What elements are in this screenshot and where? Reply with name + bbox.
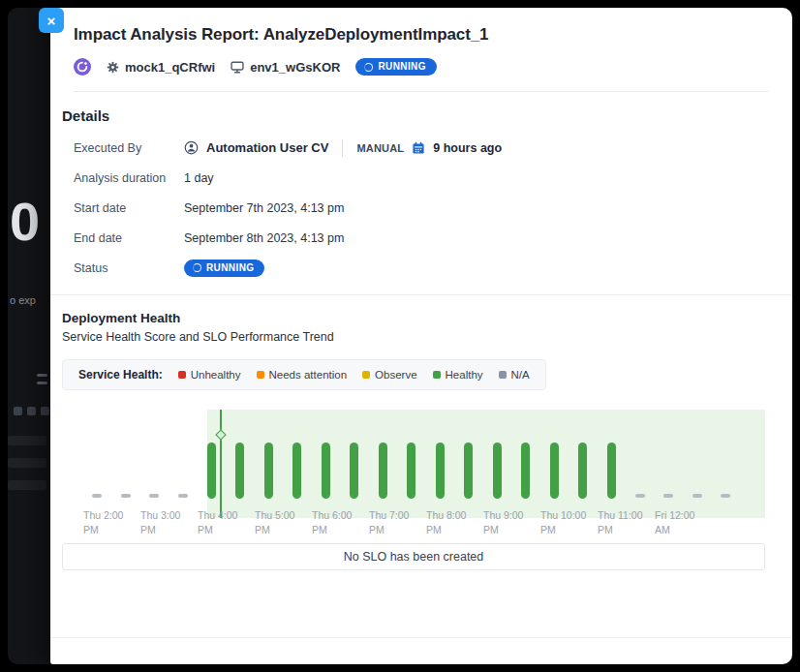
calendar-icon — [412, 141, 425, 155]
background-small-icons — [37, 374, 47, 384]
environment-monitor-icon — [231, 61, 244, 74]
no-slo-box: No SLO has been created — [62, 543, 765, 570]
healthy-bar[interactable] — [264, 443, 273, 499]
detail-label: Status — [74, 261, 184, 275]
service-health-legend: Service Health: UnhealthyNeeds attention… — [62, 359, 546, 390]
gear-icon — [107, 61, 119, 74]
na-dash[interactable] — [149, 494, 159, 498]
x-axis-label: Thu 2:00PM — [83, 508, 143, 536]
automation-avatar-icon — [74, 58, 91, 76]
healthy-bar[interactable] — [350, 443, 358, 499]
na-dash[interactable] — [721, 494, 730, 498]
no-slo-text: No SLO has been created — [344, 550, 484, 564]
na-dash[interactable] — [121, 494, 131, 498]
chart-subtitle: Service Health Score and SLO Performance… — [62, 330, 765, 344]
user-icon — [184, 140, 199, 155]
healthy-bar[interactable] — [407, 443, 415, 499]
background-row — [8, 480, 46, 490]
background-dash-icon — [37, 382, 47, 384]
na-dash[interactable] — [692, 494, 702, 498]
legend-swatch-icon — [499, 371, 507, 379]
healthy-bar[interactable] — [436, 443, 445, 499]
legend-swatch-icon — [178, 371, 186, 379]
na-dash[interactable] — [635, 494, 645, 498]
trigger-type: MANUAL — [356, 142, 404, 154]
modal-footer-divider — [50, 637, 792, 638]
na-dash[interactable] — [178, 494, 188, 498]
detail-value-text: 1 day — [184, 171, 214, 185]
status-running-text: RUNNING — [206, 263, 254, 273]
running-spinner-icon — [364, 63, 373, 72]
detail-label: Start date — [74, 201, 184, 215]
legend-title: Service Health: — [78, 368, 163, 382]
legend-label: Needs attention — [269, 369, 348, 381]
analysis-start-marker — [220, 410, 222, 518]
healthy-bar[interactable] — [550, 443, 559, 499]
background-square-icon — [27, 407, 36, 415]
detail-value: 1 day — [184, 171, 214, 185]
legend-label: Unhealthy — [191, 369, 241, 381]
x-axis-label: Thu 4:00PM — [198, 508, 258, 536]
mock-service-link[interactable]: mock1_qCRfwi — [107, 60, 215, 75]
executed-by-name: Automation User CV — [206, 140, 328, 155]
healthy-bar[interactable] — [521, 443, 530, 499]
close-button[interactable]: × — [39, 8, 64, 33]
health-score-chart[interactable]: Thu 2:00PMThu 3:00PMThu 4:00PMThu 5:00PM… — [62, 410, 765, 537]
legend-label: Observe — [375, 369, 416, 381]
healthy-bar[interactable] — [292, 443, 301, 499]
meta-row: mock1_qCRfwi env1_wGsKOR RUNNING — [74, 57, 769, 76]
healthy-bar[interactable] — [578, 443, 587, 499]
running-status-badge: RUNNING — [355, 58, 436, 76]
healthy-bar[interactable] — [493, 443, 502, 499]
x-axis-label: Thu 5:00PM — [255, 508, 315, 536]
x-axis-label: Thu 6:00PM — [312, 508, 372, 536]
na-dash[interactable] — [663, 494, 673, 498]
background-icon-row — [14, 407, 49, 415]
impact-analysis-modal: Impact Analysis Report: AnalyzeDeploymen… — [50, 8, 792, 664]
detail-value-text: September 8th 2023, 4:13 pm — [184, 231, 344, 245]
x-axis-label: Thu 9:00PM — [483, 508, 543, 536]
background-dash-icon — [37, 374, 47, 377]
legend-item-unhealthy: Unhealthy — [178, 369, 241, 381]
background-square-icon — [14, 407, 22, 415]
healthy-bar[interactable] — [379, 443, 387, 499]
healthy-bar[interactable] — [207, 443, 216, 499]
running-status-text: RUNNING — [378, 62, 425, 72]
mock-service-label: mock1_qCRfwi — [125, 60, 215, 75]
app-background: 0 o exp × Impact Analysis Report: Analyz… — [8, 8, 792, 664]
background-square-icon — [41, 407, 49, 415]
detail-row: Start date September 7th 2023, 4:13 pm — [74, 199, 769, 217]
healthy-bar[interactable] — [235, 443, 244, 499]
detail-row-executed-by: Executed By Automation User CV MANUAL 9 … — [74, 138, 769, 157]
legend-swatch-icon — [257, 371, 264, 379]
details-heading: Details — [62, 107, 769, 124]
healthy-bar[interactable] — [607, 443, 616, 499]
detail-value: September 7th 2023, 4:13 pm — [184, 201, 344, 215]
vertical-divider — [342, 139, 343, 157]
legend-swatch-icon — [362, 371, 370, 379]
detail-value: September 8th 2023, 4:13 pm — [184, 231, 344, 245]
na-dash[interactable] — [92, 494, 102, 498]
legend-item-healthy: Healthy — [433, 369, 483, 381]
detail-row: Analysis duration 1 day — [74, 168, 769, 187]
detail-label: Analysis duration — [74, 171, 184, 185]
detail-value-text: September 7th 2023, 4:13 pm — [184, 201, 344, 215]
detail-row-status: Status RUNNING — [74, 259, 769, 277]
detail-label: End date — [74, 231, 184, 245]
background-list-remnant — [8, 436, 46, 490]
analysis-window-band — [207, 410, 765, 518]
environment-link[interactable]: env1_wGsKOR — [231, 60, 340, 75]
healthy-bar[interactable] — [464, 443, 473, 499]
detail-row: End date September 8th 2023, 4:13 pm — [74, 229, 769, 247]
x-axis-label: Thu 11:00PM — [598, 508, 658, 536]
legend-label: Healthy — [446, 369, 483, 381]
status-running-badge: RUNNING — [184, 260, 264, 277]
deployment-health-heading: Deployment Health — [62, 311, 765, 325]
x-axis-label: Thu 10:00PM — [540, 508, 600, 536]
healthy-bar[interactable] — [322, 443, 330, 499]
legend-item-observe: Observe — [362, 369, 416, 381]
detail-value: Automation User CV MANUAL 9 hours ago — [184, 139, 502, 157]
legend-swatch-icon — [433, 371, 441, 379]
close-icon: × — [47, 14, 56, 28]
x-axis-label: Fri 12:00AM — [655, 508, 715, 536]
